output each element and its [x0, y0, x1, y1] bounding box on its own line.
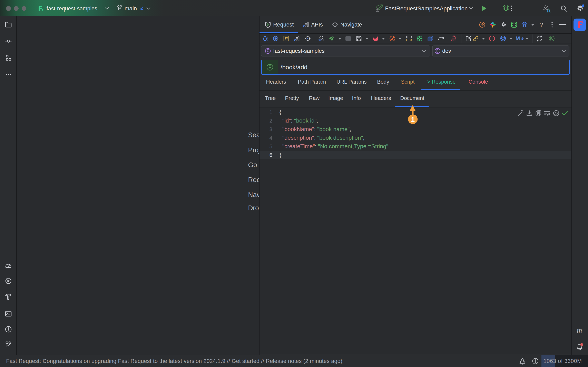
svg-text:M: M	[516, 36, 520, 41]
svg-text:1: 1	[411, 115, 415, 123]
svg-text:A: A	[546, 7, 551, 13]
